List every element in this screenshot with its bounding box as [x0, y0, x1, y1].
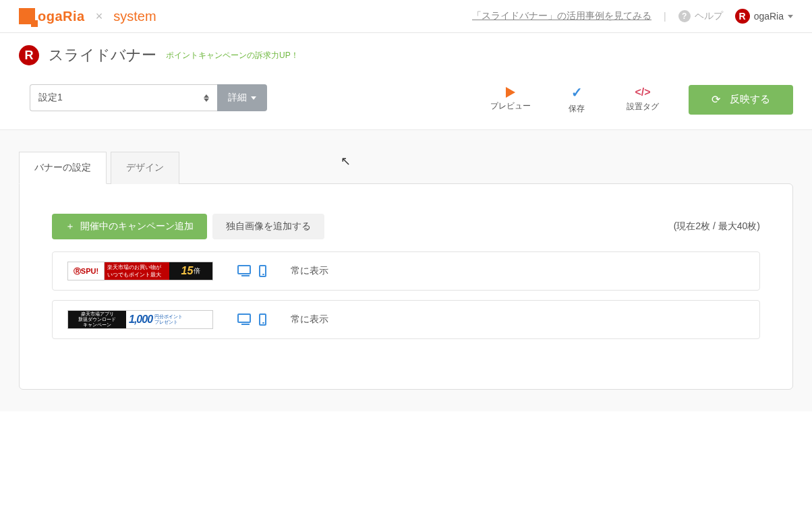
- banner-thumbnail: ⓇSPU! 楽天市場のお買い物が いつでもポイント最大 15倍: [67, 262, 213, 280]
- embed-tag-label: 設置タグ: [627, 101, 659, 113]
- tab-panel: ＋ 開催中のキャンペーン追加 独自画像を追加する (現在2枚 / 最大40枚) …: [19, 183, 793, 390]
- add-campaign-label: 開催中のキャンペーン追加: [80, 220, 194, 233]
- apply-label: 反映する: [730, 93, 770, 106]
- page-title: スライドバナー: [49, 45, 156, 65]
- desktop-icon: [237, 265, 251, 274]
- mobile-icon: [259, 314, 266, 326]
- save-label: 保存: [569, 103, 585, 115]
- save-action[interactable]: ✓ 保存: [556, 84, 597, 115]
- toolbar-right: プレビュー ✓ 保存 </> 設置タグ ⟳ 反映する: [490, 84, 793, 115]
- detail-button[interactable]: 詳細: [217, 84, 267, 111]
- code-icon: </>: [635, 86, 650, 98]
- mobile-icon: [259, 265, 266, 277]
- banner-row[interactable]: ⓇSPU! 楽天市場のお買い物が いつでもポイント最大 15倍 常に表示: [52, 251, 760, 291]
- config-select-value: 設定1: [38, 92, 63, 104]
- logo-text-main: ogaRia: [38, 9, 85, 24]
- logo[interactable]: ogaRia: [19, 8, 85, 24]
- add-custom-image-button[interactable]: 独自画像を追加する: [212, 214, 324, 239]
- content: バナーの設定 デザイン ＋ 開催中のキャンペーン追加 独自画像を追加する (現在…: [0, 130, 812, 411]
- banner-row[interactable]: 楽天市場アプリ 新規ダウンロード キャンペーン 1,000 円分ポイントプレゼン…: [52, 300, 760, 339]
- thumb-label: ⓇSPU!: [68, 262, 105, 280]
- toolbar: 設定1 詳細 プレビュー ✓ 保存 </> 設置タグ ⟳ 反映する: [0, 72, 812, 130]
- preview-label: プレビュー: [490, 100, 531, 112]
- caret-down-icon: [788, 15, 793, 18]
- apply-button[interactable]: ⟳ 反映する: [689, 85, 793, 115]
- caret-down-icon: [251, 96, 256, 100]
- logo-group: ogaRia × system: [19, 8, 156, 24]
- title-badge-icon: R: [19, 45, 39, 65]
- case-study-link[interactable]: 「スライドバナー」の活用事例を見てみる: [472, 10, 651, 22]
- header: ogaRia × system 「スライドバナー」の活用事例を見てみる | ? …: [0, 0, 812, 33]
- tab-banner-settings[interactable]: バナーの設定: [19, 152, 107, 184]
- embed-tag-action[interactable]: </> 設置タグ: [622, 86, 663, 113]
- preview-action[interactable]: プレビュー: [490, 87, 531, 112]
- thumb-number: 1,000 円分ポイントプレゼント: [126, 311, 212, 328]
- display-condition: 常に表示: [291, 314, 328, 326]
- header-divider: |: [664, 11, 666, 22]
- help-label: ヘルプ: [695, 10, 723, 22]
- tab-design[interactable]: デザイン: [111, 152, 179, 184]
- panel-actions-left: ＋ 開催中のキャンペーン追加 独自画像を追加する: [52, 214, 324, 239]
- display-condition: 常に表示: [291, 265, 328, 277]
- thumb-number: 15倍: [169, 262, 212, 280]
- user-name: ogaRia: [754, 11, 784, 22]
- toolbar-left: 設定1 詳細: [30, 84, 267, 111]
- tabs: バナーの設定 デザイン: [19, 152, 793, 184]
- promo-text: ポイントキャンペーンの訴求力UP！: [166, 50, 299, 61]
- refresh-icon: ⟳: [712, 93, 720, 106]
- check-icon: ✓: [571, 84, 583, 100]
- play-icon: [506, 87, 515, 98]
- add-campaign-button[interactable]: ＋ 開催中のキャンペーン追加: [52, 214, 207, 239]
- logo-x: ×: [96, 9, 103, 24]
- help-icon: ?: [678, 10, 691, 22]
- banner-thumbnail: 楽天市場アプリ 新規ダウンロード キャンペーン 1,000 円分ポイントプレゼン…: [67, 310, 213, 329]
- help-link[interactable]: ? ヘルプ: [678, 10, 723, 22]
- banner-count: (現在2枚 / 最大40枚): [674, 220, 760, 233]
- device-icons: [237, 265, 266, 277]
- user-menu[interactable]: R ogaRia: [735, 9, 793, 24]
- plus-icon: ＋: [65, 220, 75, 233]
- title-row: R スライドバナー ポイントキャンペーンの訴求力UP！: [0, 33, 812, 72]
- user-badge-icon: R: [735, 9, 750, 24]
- config-select[interactable]: 設定1: [30, 84, 217, 111]
- header-right: 「スライドバナー」の活用事例を見てみる | ? ヘルプ R ogaRia: [472, 9, 793, 24]
- thumb-text: 楽天市場のお買い物が いつでもポイント最大: [105, 262, 169, 280]
- device-icons: [237, 314, 266, 326]
- thumb-label: 楽天市場アプリ 新規ダウンロード キャンペーン: [68, 311, 126, 328]
- select-updown-icon: [204, 94, 209, 102]
- logo-icon: [19, 8, 35, 24]
- detail-label: 詳細: [228, 92, 247, 104]
- panel-actions: ＋ 開催中のキャンペーン追加 独自画像を追加する (現在2枚 / 最大40枚): [52, 214, 760, 239]
- logo-text-system: system: [113, 9, 156, 24]
- desktop-icon: [237, 314, 251, 323]
